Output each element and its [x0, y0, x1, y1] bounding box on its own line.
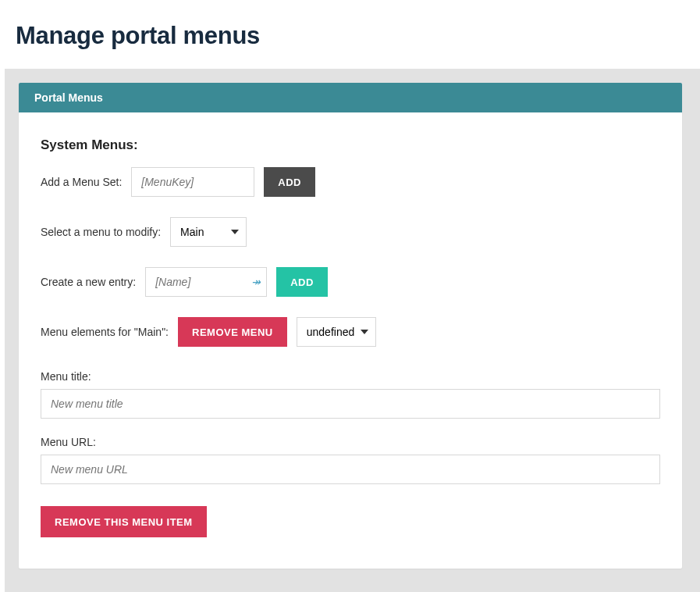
remove-menu-item-button[interactable]: Remove this menu item	[41, 506, 207, 537]
add-menu-set-button[interactable]: Add	[264, 167, 315, 197]
create-entry-label: Create a new entry:	[41, 276, 136, 288]
add-menu-set-row: Add a Menu Set: Add	[41, 167, 660, 197]
portal-menus-panel: Portal Menus System Menus: Add a Menu Se…	[19, 83, 682, 569]
add-menu-set-label: Add a Menu Set:	[41, 176, 122, 188]
system-menus-heading: System Menus:	[41, 137, 660, 153]
menu-url-field: Menu URL:	[41, 436, 660, 484]
name-input-wrap: ↠	[145, 267, 267, 297]
menu-title-field: Menu title:	[41, 370, 660, 419]
menu-url-input[interactable]	[41, 455, 660, 484]
menu-title-label: Menu title:	[41, 370, 660, 383]
content-area: Portal Menus System Menus: Add a Menu Se…	[5, 69, 700, 592]
menu-url-label: Menu URL:	[41, 436, 660, 448]
select-menu-dropdown[interactable]: Main	[170, 217, 247, 247]
remove-menu-button[interactable]: Remove Menu	[178, 317, 287, 347]
menu-elements-row: Menu elements for "Main": Remove Menu un…	[41, 317, 660, 347]
select-menu-label: Select a menu to modify:	[41, 226, 161, 238]
panel-header: Portal Menus	[19, 83, 682, 112]
add-entry-button[interactable]: Add	[276, 267, 328, 297]
menu-elements-label: Menu elements for "Main":	[41, 326, 169, 338]
select-menu-row: Select a menu to modify: Main	[41, 217, 660, 247]
menu-elements-dropdown[interactable]: undefined	[297, 317, 376, 347]
entry-name-input[interactable]	[145, 267, 267, 297]
page-title: Manage portal menus	[0, 0, 700, 69]
create-entry-row: Create a new entry: ↠ Add	[41, 267, 660, 297]
menu-key-input[interactable]	[131, 167, 254, 197]
panel-body: System Menus: Add a Menu Set: Add Select…	[19, 112, 682, 569]
menu-title-input[interactable]	[41, 389, 660, 419]
